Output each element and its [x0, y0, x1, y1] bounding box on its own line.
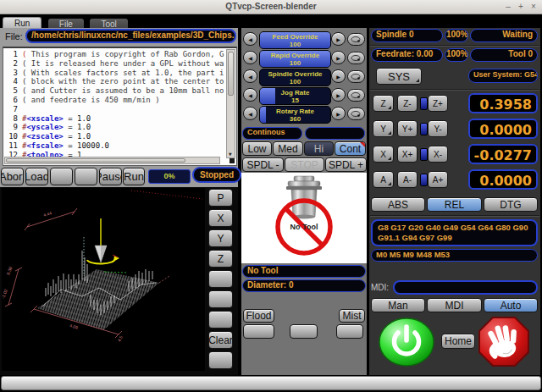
feed-override-reset-button[interactable] — [347, 33, 365, 46]
rotary-rate-increase-button[interactable]: ▶ — [331, 107, 346, 120]
rapid-override-decrease-button[interactable]: ◀ — [243, 51, 257, 64]
rotary-rate-slider[interactable]: Rotary Rate 360 — [259, 106, 331, 124]
mode-auto-button[interactable]: Auto — [484, 298, 538, 312]
jog-y-minus-button[interactable]: Y- — [428, 120, 448, 137]
separator — [370, 89, 539, 91]
sys-button[interactable]: SYS — [376, 68, 422, 85]
jog-rate-reset-button[interactable] — [347, 89, 365, 102]
jog-increment-combobox[interactable] — [305, 127, 365, 140]
axis-a-button[interactable]: A — [373, 171, 394, 188]
jog-x-plus-button[interactable]: X+ — [397, 146, 418, 163]
run-button[interactable]: Run — [123, 168, 145, 185]
mdi-input[interactable] — [393, 280, 538, 295]
active-mcodes-field: M0 M5 M9 M48 M53 — [371, 249, 538, 262]
rapid-override-reset-button[interactable] — [347, 52, 365, 64]
editor-line: 11#<fscale> = 10000.0 — [5, 141, 224, 151]
view-blank-button-2[interactable] — [208, 290, 233, 308]
jog-cont-button[interactable]: Cont — [335, 141, 366, 156]
svg-text:No Tool: No Tool — [290, 223, 318, 231]
dial-icon — [351, 110, 362, 118]
machine-state-field: Waiting — [470, 29, 538, 42]
spindle-override-decrease-button[interactable]: ◀ — [243, 69, 257, 83]
view-p-button[interactable]: P — [208, 189, 233, 207]
tool-image: No Tool — [241, 173, 367, 263]
mode-mdi-button[interactable]: MDI — [427, 298, 482, 312]
blank-button-1[interactable] — [50, 168, 73, 185]
spindle-plus-button[interactable]: SPDL + — [325, 157, 367, 172]
rel-button[interactable]: REL — [427, 197, 482, 212]
hscroll-thumb[interactable] — [6, 158, 185, 163]
file-path-field[interactable]: /home/chris/linuxcnc/nc_files/examples/3… — [25, 29, 236, 43]
svg-text:4.44: 4.44 — [43, 210, 53, 218]
blank-button-2[interactable] — [75, 168, 97, 185]
left-arrow-icon: ◀ — [248, 55, 252, 61]
view-x-button[interactable]: X — [208, 209, 233, 227]
view-z-button[interactable]: Z — [208, 250, 233, 268]
jog-y-plus-button[interactable]: Y+ — [397, 120, 418, 137]
clear-button[interactable]: Clear — [208, 331, 233, 349]
view-blank-button-4[interactable] — [208, 351, 233, 369]
axis-y-button[interactable]: Y — [373, 120, 394, 137]
view-y-button[interactable]: Y — [208, 229, 233, 247]
spindle-stop-button[interactable]: STOP — [285, 157, 324, 172]
editor-vscrollbar[interactable]: ▼ — [226, 49, 235, 158]
jog-z-minus-button[interactable]: Z- — [397, 95, 418, 112]
mist-button[interactable]: Mist — [339, 309, 365, 323]
flood-button[interactable]: Flood — [243, 309, 274, 323]
jog-mode-combobox[interactable]: Continous — [242, 127, 302, 140]
pause-button[interactable]: Pause — [99, 168, 122, 185]
spindle-override-reset-button[interactable] — [347, 70, 365, 83]
jog-a-minus-button[interactable]: A- — [397, 171, 418, 188]
machine-power-button[interactable] — [378, 317, 435, 367]
coolant-blank-button[interactable] — [290, 324, 318, 339]
jog-low-button[interactable]: Low — [242, 141, 272, 156]
rotary-rate-decrease-button[interactable]: ◀ — [243, 107, 257, 120]
feed-override-decrease-button[interactable]: ◀ — [243, 32, 257, 46]
jog-rate-decrease-button[interactable]: ◀ — [243, 88, 257, 102]
rapid-override-increase-button[interactable]: ▶ — [331, 51, 346, 64]
editor-line: 4( block with the zero point at the cent… — [5, 77, 224, 86]
maximize-button[interactable]: + — [516, 2, 526, 12]
dtg-button[interactable]: DTG — [484, 197, 538, 212]
feedrate-field: Feedrate: 0.00 — [371, 48, 443, 62]
abort-button[interactable]: Abort — [1, 168, 24, 185]
minimize-button[interactable]: – — [503, 2, 513, 12]
axis-z-button[interactable]: Z — [373, 95, 394, 112]
feed-override-increase-button[interactable]: ▶ — [331, 32, 346, 46]
jog-hi-button[interactable]: Hi — [304, 141, 334, 156]
scroll-down-icon[interactable]: ▼ — [229, 151, 232, 157]
load-button[interactable]: Load — [25, 168, 48, 185]
jog-z-plus-button[interactable]: Z+ — [428, 95, 448, 112]
estop-button[interactable] — [478, 316, 530, 367]
spindle-pct-field: 100% — [445, 29, 468, 42]
menu-indicator-icon — [388, 157, 391, 160]
view-blank-button-1[interactable] — [208, 270, 233, 288]
home-button[interactable]: Home — [441, 334, 475, 349]
flood-blank-button[interactable] — [243, 324, 274, 339]
close-button[interactable]: × — [528, 2, 539, 12]
spindle-override-slider[interactable]: Spindle Override 100 — [259, 69, 331, 86]
spindle-override-increase-button[interactable]: ▶ — [331, 69, 346, 83]
mist-blank-button[interactable] — [336, 324, 363, 339]
editor-hscrollbar[interactable] — [4, 157, 220, 164]
view-blank-button-3[interactable] — [208, 311, 233, 329]
jog-x-minus-button[interactable]: X- — [428, 146, 448, 163]
jog-rate-slider[interactable]: Jog Rate 15 — [259, 87, 331, 105]
rotary-rate-reset-button[interactable] — [347, 108, 365, 120]
abs-button[interactable]: ABS — [371, 197, 425, 212]
right-arrow-icon: ▶ — [336, 36, 340, 42]
jog-med-button[interactable]: Med — [273, 141, 303, 156]
gcode-preview-plot[interactable]: 4.44 0.30 -1.02 4.09 4.5 — [2, 188, 205, 371]
menu-indicator-icon — [388, 106, 391, 109]
feed-override-slider[interactable]: Feed Override 100 — [259, 31, 331, 49]
svg-text:0.30: 0.30 — [5, 266, 13, 275]
mode-man-button[interactable]: Man — [371, 298, 425, 312]
axis-x-button[interactable]: X — [373, 146, 394, 163]
jog-rate-increase-button[interactable]: ▶ — [331, 88, 346, 102]
vscroll-thumb[interactable] — [228, 52, 234, 96]
gcode-editor[interactable]: 1( This program is copyright of Rab Gord… — [3, 47, 237, 166]
window-title: QTvcp-Screen-blender — [0, 2, 542, 11]
jog-a-plus-button[interactable]: A+ — [428, 171, 448, 188]
rapid-override-slider[interactable]: Rapid Override 100 — [259, 50, 331, 68]
spindle-minus-button[interactable]: SPDL - — [242, 157, 284, 172]
